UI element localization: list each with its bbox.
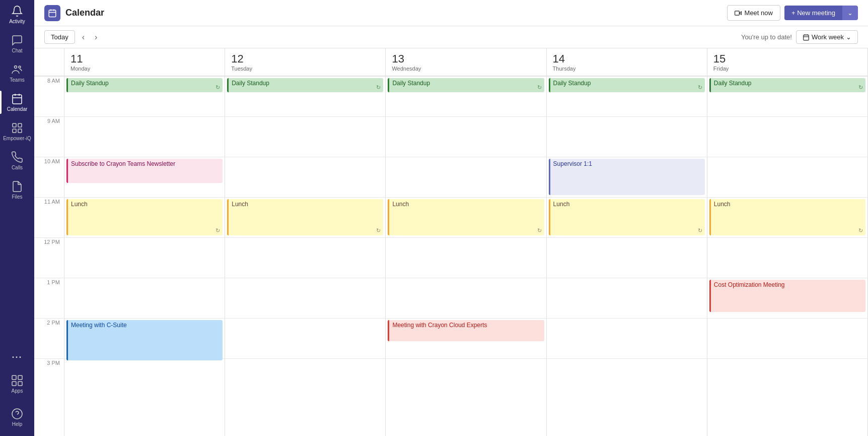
new-meeting-group: + New meeting ⌄: [784, 6, 858, 20]
event-tue-standup[interactable]: Daily Standup ↻: [227, 78, 383, 92]
sidebar-item-apps[interactable]: Apps: [0, 369, 34, 399]
calendar-view-icon: [803, 34, 810, 41]
svg-marker-20: [739, 12, 741, 15]
sidebar-item-chat-label: Chat: [12, 48, 22, 53]
day-headers-row: 11 Monday 12 Tuesday 13 Wednesday 14 Thu…: [34, 48, 868, 76]
event-mon-lunch[interactable]: Lunch ↻: [66, 199, 223, 235]
time-10am: 10 AM: [34, 157, 64, 197]
event-tue-lunch[interactable]: Lunch ↻: [227, 199, 383, 235]
sidebar-item-empoweriq-label: Empower-iQ: [3, 136, 31, 141]
sidebar-item-files[interactable]: Files: [0, 175, 34, 205]
svg-point-14: [12, 409, 22, 419]
sidebar-item-activity-label: Activity: [9, 19, 25, 24]
svg-point-1: [19, 66, 21, 68]
svg-rect-7: [18, 123, 22, 127]
sidebar-item-help[interactable]: Help: [0, 403, 34, 432]
sidebar-item-calendar[interactable]: Calendar: [0, 88, 34, 117]
svg-rect-13: [18, 382, 22, 386]
event-wed-standup[interactable]: Daily Standup ↻: [388, 78, 544, 92]
event-fri-standup[interactable]: Daily Standup ↻: [709, 78, 865, 92]
event-thu-supervisor[interactable]: Supervisor 1:1: [549, 159, 705, 195]
svg-rect-9: [18, 129, 22, 133]
sidebar-item-teams[interactable]: Teams: [0, 58, 34, 88]
sidebar-item-chat[interactable]: Chat: [0, 29, 34, 58]
day-header-fri: 15 Friday: [707, 48, 868, 76]
empoweriq-icon: [11, 122, 23, 134]
event-wed-cloud[interactable]: Meeting with Crayon Cloud Experts: [388, 320, 544, 341]
next-button[interactable]: ›: [92, 31, 100, 44]
help-icon: [11, 408, 23, 420]
sidebar-item-calls[interactable]: Calls: [0, 146, 34, 175]
sidebar-item-apps-label: Apps: [12, 388, 23, 394]
sidebar: Activity Chat Teams Calendar: [0, 0, 34, 436]
event-wed-lunch[interactable]: Lunch ↻: [388, 199, 544, 235]
event-mon-csuite[interactable]: Meeting with C-Suite: [66, 320, 223, 360]
sidebar-item-empower-iq[interactable]: Empower-iQ: [0, 117, 34, 146]
sidebar-item-calls-label: Calls: [12, 165, 23, 170]
time-rows: 8 AM 9 AM 10 AM 11 AM 12 PM 1 PM 2 PM 3 …: [34, 76, 868, 436]
prev-button[interactable]: ‹: [79, 31, 88, 44]
sidebar-item-more[interactable]: ...: [0, 345, 34, 365]
svg-rect-8: [13, 129, 16, 133]
time-3pm: 3 PM: [34, 358, 64, 399]
day-col-wed[interactable]: Daily Standup ↻ Lunch ↻ Meeting with Cra…: [386, 76, 546, 436]
video-icon: [735, 10, 742, 17]
day-col-tue[interactable]: Daily Standup ↻ Lunch ↻: [225, 76, 386, 436]
work-week-button[interactable]: Work week ⌄: [796, 30, 858, 44]
svg-rect-2: [13, 95, 22, 104]
day-header-wed: 13 Wednesday: [386, 48, 546, 76]
time-labels: 8 AM 9 AM 10 AM 11 AM 12 PM 1 PM 2 PM 3 …: [34, 76, 64, 436]
meet-now-button[interactable]: Meet now: [727, 5, 780, 21]
calendar-grid: 11 Monday 12 Tuesday 13 Wednesday 14 Thu…: [34, 48, 868, 436]
time-11am: 11 AM: [34, 197, 64, 237]
up-to-date-status: You're up to date!: [741, 33, 792, 41]
time-9am: 9 AM: [34, 116, 64, 157]
svg-rect-6: [13, 123, 16, 127]
sidebar-item-activity[interactable]: Activity: [0, 0, 34, 29]
header-actions: Meet now + New meeting ⌄: [727, 5, 858, 21]
day-header-mon: 11 Monday: [64, 48, 225, 76]
calendar-app-icon: [44, 5, 60, 21]
event-thu-lunch[interactable]: Lunch ↻: [549, 199, 705, 235]
event-fri-cost[interactable]: Cost Optimization Meeting: [709, 280, 865, 312]
sidebar-item-teams-label: Teams: [10, 77, 24, 83]
event-thu-standup[interactable]: Daily Standup ↻: [549, 78, 705, 92]
time-12pm: 12 PM: [34, 237, 64, 278]
event-mon-subscribe[interactable]: Subscribe to Crayon Teams Newsletter: [66, 159, 223, 183]
svg-rect-12: [12, 382, 16, 386]
apps-icon: [11, 375, 23, 387]
today-button[interactable]: Today: [44, 30, 75, 44]
svg-rect-16: [49, 10, 56, 17]
bell-icon: [11, 5, 23, 17]
teams-icon: [11, 64, 23, 76]
svg-rect-22: [804, 35, 809, 40]
svg-point-0: [15, 66, 17, 69]
event-mon-standup[interactable]: Daily Standup ↻: [66, 78, 223, 92]
svg-rect-11: [18, 376, 22, 380]
page-title: Calendar: [65, 8, 727, 18]
svg-rect-21: [735, 11, 739, 15]
sidebar-item-files-label: Files: [12, 194, 22, 200]
day-header-tue: 12 Tuesday: [225, 48, 386, 76]
day-columns: Daily Standup ↻ Subscribe to Crayon Team…: [64, 76, 868, 436]
chat-icon: [11, 34, 23, 46]
calendar-sidebar-icon: [11, 93, 23, 105]
sidebar-item-calendar-label: Calendar: [7, 106, 28, 112]
time-2pm: 2 PM: [34, 318, 64, 358]
more-label: ...: [12, 350, 22, 360]
calendar-toolbar: Today ‹ › You're up to date! Work week ⌄: [34, 26, 868, 48]
files-icon: [11, 180, 23, 193]
event-fri-lunch[interactable]: Lunch ↻: [709, 199, 865, 235]
day-col-thu[interactable]: Daily Standup ↻ Supervisor 1:1 Lunch ↻: [547, 76, 707, 436]
calendar-container[interactable]: 11 Monday 12 Tuesday 13 Wednesday 14 Thu…: [34, 48, 868, 436]
time-8am: 8 AM: [34, 76, 64, 116]
new-meeting-button[interactable]: + New meeting: [784, 6, 842, 20]
main-content: Calendar Meet now + New meeting ⌄ Today …: [34, 0, 868, 436]
new-meeting-dropdown-button[interactable]: ⌄: [842, 6, 858, 20]
sidebar-item-help-label: Help: [12, 421, 23, 427]
phone-icon: [11, 151, 23, 163]
svg-rect-10: [12, 376, 16, 380]
day-col-mon[interactable]: Daily Standup ↻ Subscribe to Crayon Team…: [64, 76, 225, 436]
time-1pm: 1 PM: [34, 278, 64, 318]
day-col-fri[interactable]: Daily Standup ↻ Lunch ↻ Cost Optimizatio…: [707, 76, 868, 436]
